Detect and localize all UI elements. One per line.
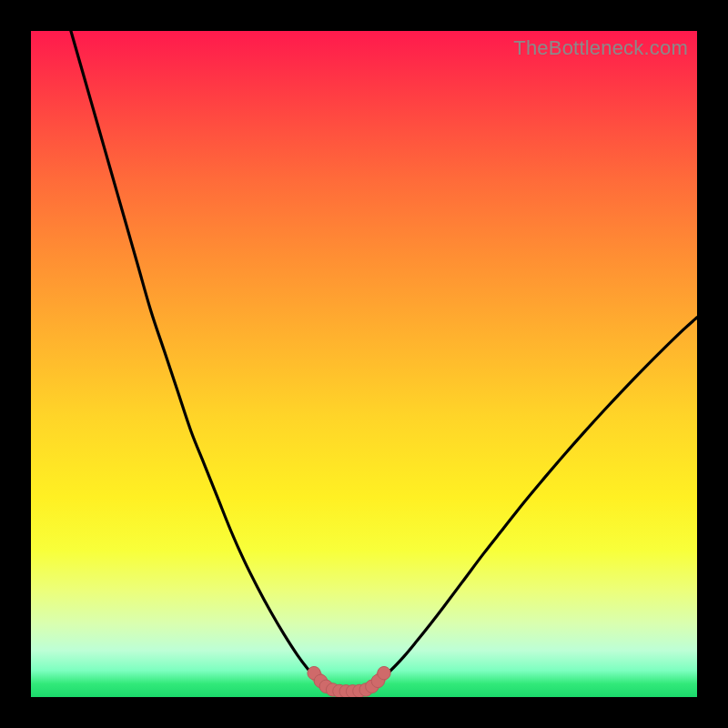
plot-area: TheBottleneck.com: [31, 31, 697, 697]
bottleneck-curve: [71, 31, 697, 692]
curve-layer: [71, 31, 697, 692]
valley-marker: [378, 666, 390, 679]
chart-svg: [31, 31, 697, 697]
marker-layer: [308, 666, 390, 697]
outer-frame: TheBottleneck.com: [0, 0, 728, 728]
